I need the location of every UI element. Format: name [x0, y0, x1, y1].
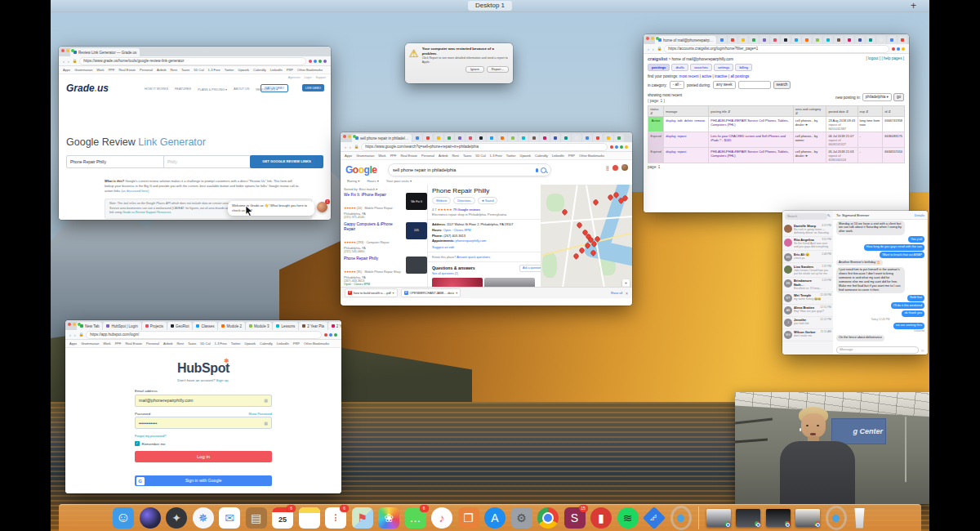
bookmark-item[interactable]: Real Estate	[125, 341, 142, 346]
browser-tab[interactable]	[749, 36, 759, 44]
spotify-icon[interactable]: ≋	[617, 507, 639, 529]
microphone-recorder-icon[interactable]: ▮	[590, 507, 612, 529]
google-logo[interactable]: Google	[345, 164, 376, 176]
bookmark-item[interactable]: Real Estate	[118, 68, 136, 72]
bookmark-item[interactable]: Taxes	[181, 68, 189, 72]
manage-link[interactable]: display	[666, 134, 675, 138]
minimized-window-2[interactable]	[736, 509, 760, 527]
bookmark-item[interactable]: PPF	[390, 154, 397, 158]
browser-tab[interactable]	[834, 36, 844, 44]
search-button[interactable]: search	[773, 81, 791, 89]
gradeus-logo[interactable]: Grade.us	[66, 83, 109, 94]
manage-link[interactable]: repost	[677, 134, 686, 138]
minimized-window-3[interactable]	[766, 509, 791, 527]
browser-tab[interactable]	[770, 36, 780, 44]
result-thumbnail[interactable]: 245	[406, 222, 427, 239]
mic-icon[interactable]	[536, 168, 538, 172]
account-tab-drafts[interactable]: drafts	[671, 64, 688, 71]
trash-icon[interactable]	[852, 508, 867, 529]
browser-tab[interactable]	[455, 134, 465, 142]
browser-tab[interactable]: 2 Year Pla	[299, 322, 327, 330]
posting-title-link[interactable]: PHILADELPHIA iREPAIR Service Cell Phones…	[710, 149, 788, 158]
notification-icon[interactable]	[612, 165, 618, 171]
password-field[interactable]: ••••••••••••▦	[135, 417, 272, 429]
browser-tab[interactable]	[561, 134, 571, 142]
add-desktop-button[interactable]: +	[911, 0, 916, 11]
contacts-icon[interactable]: ▤	[246, 507, 267, 529]
filter-chip[interactable]: Hours ▾	[367, 179, 378, 183]
bookmark-item[interactable]: Calendly	[260, 341, 273, 346]
browser-tab[interactable]	[738, 36, 748, 44]
photos-icon[interactable]: ❀	[378, 507, 399, 529]
bookmark-item[interactable]: LinkedIn	[552, 154, 564, 158]
filter-chip[interactable]: Rating ▾	[347, 179, 359, 183]
answer-questions-link[interactable]: Answer quick questions	[457, 255, 490, 259]
category-select[interactable]: - all -	[670, 81, 684, 89]
screen-recorder-2-icon[interactable]	[826, 507, 847, 529]
download-chip-2[interactable]: WOPENMERCHANTJABB….docx▾	[401, 288, 461, 297]
column-header[interactable]: posted date ⇵	[826, 106, 858, 117]
bookmark-item[interactable]: LinkedIn	[270, 68, 283, 72]
conversation-item[interactable]: ABAlexa Bratten12:51 PMHey! How are you …	[782, 305, 833, 317]
nav-item[interactable]: FEATURES	[175, 87, 191, 91]
manage-link[interactable]: repost	[677, 149, 686, 154]
bookmark-item[interactable]: LinkedIn	[277, 341, 289, 346]
reviews-link[interactable]: 79 Google reviews	[453, 207, 480, 212]
notes-icon[interactable]	[299, 507, 320, 529]
result-thumbnail[interactable]	[406, 257, 427, 274]
browser-tab[interactable]	[476, 134, 486, 142]
conversation-item[interactable]: Danielle Sharp4:19 PMNo rush in going ho…	[782, 222, 833, 237]
result-title[interactable]: Phone Repair Philly	[344, 257, 404, 261]
bookmark-item[interactable]: Calendly	[535, 154, 548, 158]
help-link[interactable]: [ help pages ]	[881, 56, 904, 60]
live-demo-button[interactable]: LIVE DEMO	[302, 84, 324, 91]
bookmark-item[interactable]: Other Bookmarks	[297, 68, 323, 72]
ignore-button[interactable]: Ignore	[466, 66, 484, 73]
show-all-downloads-link[interactable]: Show all	[611, 292, 622, 295]
extension-icons[interactable]	[324, 333, 337, 337]
remember-me-checkbox[interactable]: ✓	[135, 441, 140, 446]
bookmark-item[interactable]: 1-3 Free	[215, 341, 227, 346]
manage-link[interactable]: delete	[684, 118, 693, 123]
nav-item[interactable]: HOW IT WORKS	[145, 87, 168, 91]
details-link[interactable]: Details	[915, 213, 924, 217]
bookmark-item[interactable]: Upwork	[520, 154, 532, 158]
bookmark-item[interactable]: Upwork	[245, 341, 256, 346]
kp-button-saved[interactable]: ★ Saved	[478, 197, 498, 204]
bookmark-item[interactable]: 1-3 Free	[208, 68, 220, 72]
reminders-icon[interactable]: ⁝6	[325, 507, 346, 529]
window-controls[interactable]	[646, 37, 659, 40]
browser-tab[interactable]: Module 2	[218, 322, 245, 330]
url-field[interactable]: https://accounts.craigslist.org/login/ho…	[664, 45, 889, 53]
close-shelf-icon[interactable]: ×	[626, 291, 628, 296]
find-link[interactable]: all postings	[730, 74, 749, 78]
browser-tab[interactable]	[823, 36, 833, 44]
browser-tab[interactable]	[434, 134, 443, 142]
itunes-icon[interactable]: ♪	[431, 507, 452, 529]
minimized-window-1[interactable]	[706, 509, 731, 527]
bookmark-item[interactable]: Rent	[452, 154, 458, 158]
browser-tab[interactable]	[444, 134, 454, 142]
browser-tab[interactable]	[466, 134, 475, 142]
url-field[interactable]: https://www.grade.us/home/tools/google-r…	[79, 57, 306, 65]
back-forward-icons[interactable]: ‹ ›	[648, 47, 655, 51]
browser-tab[interactable]	[855, 36, 865, 44]
see-all-questions-link[interactable]: See all questions (2)	[432, 272, 545, 275]
chat-widget-bubble[interactable]: Welcome to Grade.us 👋! What brought you …	[228, 201, 314, 216]
browser-tab[interactable]	[519, 134, 528, 142]
messages-icon[interactable]: …6	[405, 507, 426, 529]
browser-tab[interactable]	[529, 134, 539, 142]
back-forward-icons[interactable]: ‹ ›	[63, 59, 70, 64]
browser-tab[interactable]	[604, 134, 613, 142]
browser-tab[interactable]: Lessons	[273, 322, 298, 330]
account-avatar[interactable]	[621, 164, 628, 171]
column-header[interactable]: manage	[664, 106, 709, 117]
find-link[interactable]: inactive	[715, 74, 728, 78]
minimized-window-4[interactable]	[795, 509, 820, 527]
browser-tab[interactable]: GeoRiot	[167, 322, 193, 330]
browser-tab[interactable]	[550, 134, 560, 142]
watch-demo-button[interactable]: WATCH DEMO	[261, 84, 288, 92]
download-chip-1[interactable]: Phow to build wealth a….pdf▾	[345, 288, 398, 297]
manage-link[interactable]: edit	[677, 118, 682, 123]
conversation-item[interactable]: ENEric Ali 😊2:48 PMcheck ya	[782, 251, 833, 263]
